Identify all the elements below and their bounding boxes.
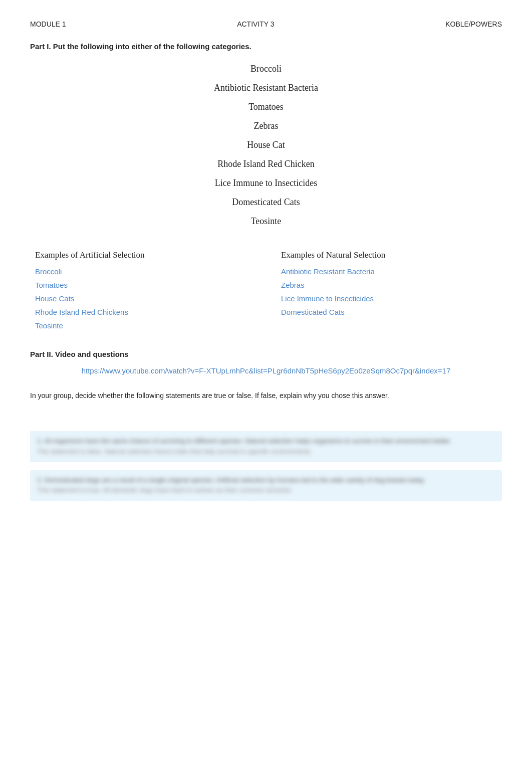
list-item: House Cat xyxy=(30,136,502,154)
natural-item-3: Domesticated Cats xyxy=(281,308,502,316)
artificial-item-0: Broccoli xyxy=(35,267,256,276)
natural-selection-column: Examples of Natural Selection Antibiotic… xyxy=(276,250,502,335)
artificial-item-3: Rhode Island Red Chickens xyxy=(35,308,256,316)
natural-item-0: Antibiotic Resistant Bacteria xyxy=(281,267,502,276)
instructions-text: In your group, decide whether the follow… xyxy=(30,391,502,401)
module-label: MODULE 1 xyxy=(30,20,66,28)
list-item: Lice Immune to Insecticides xyxy=(30,174,502,192)
natural-item-1: Zebras xyxy=(281,281,502,289)
artificial-selection-title: Examples of Artificial Selection xyxy=(35,250,256,260)
blurred-row-2: 2. Domesticated dogs are a result of a s… xyxy=(30,470,502,501)
artificial-item-4: Teosinte xyxy=(35,321,256,330)
blurred-section: 1. All organisms have the same chance of… xyxy=(30,431,502,501)
blurred-line-2a: 2. Domesticated dogs are a result of a s… xyxy=(37,475,495,486)
blurred-line-2b: This statement is true. All domestic dog… xyxy=(37,485,495,496)
part1-title: Part I. Put the following into either of… xyxy=(30,42,502,51)
artificial-selection-column: Examples of Artificial Selection Broccol… xyxy=(30,250,256,335)
artificial-item-2: House Cats xyxy=(35,294,256,303)
artificial-item-1: Tomatoes xyxy=(35,281,256,289)
list-item: Zebras xyxy=(30,117,502,135)
page-header: MODULE 1 ACTIVITY 3 KOBLE/POWERS xyxy=(30,20,502,28)
activity-label: ACTIVITY 3 xyxy=(237,20,274,28)
blurred-line-1b: The statement is false. Natural selectio… xyxy=(37,447,495,457)
natural-selection-title: Examples of Natural Selection xyxy=(281,250,502,260)
blurred-line-1a: 1. All organisms have the same chance of… xyxy=(37,436,495,447)
list-item: Rhode Island Red Chicken xyxy=(30,155,502,173)
items-list: Broccoli Antibiotic Resistant Bacteria T… xyxy=(30,60,502,230)
categories-section: Examples of Artificial Selection Broccol… xyxy=(30,250,502,335)
video-link-container[interactable]: https://www.youtube.com/watch?v=F-XTUpLm… xyxy=(30,366,502,375)
list-item: Teosinte xyxy=(30,212,502,230)
list-item: Tomatoes xyxy=(30,98,502,116)
list-item: Antibiotic Resistant Bacteria xyxy=(30,79,502,97)
author-label: KOBLE/POWERS xyxy=(445,20,502,28)
video-url-link[interactable]: https://www.youtube.com/watch?v=F-XTUpLm… xyxy=(82,366,451,375)
part2-title: Part II. Video and questions xyxy=(30,350,502,358)
list-item: Broccoli xyxy=(30,60,502,78)
blurred-row-1: 1. All organisms have the same chance of… xyxy=(30,431,502,462)
natural-item-2: Lice Immune to Insecticides xyxy=(281,294,502,303)
list-item: Domesticated Cats xyxy=(30,193,502,211)
